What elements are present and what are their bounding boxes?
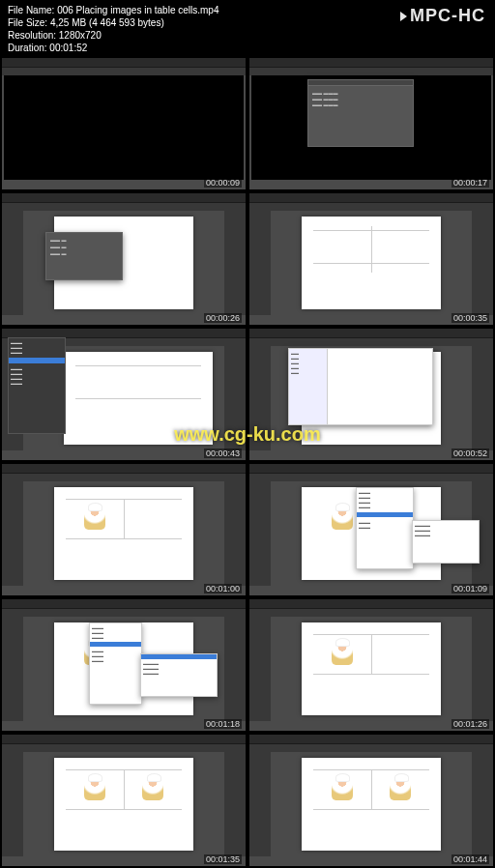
right-panel [472, 617, 493, 721]
thumbnail[interactable]: ▬▬ ▬▬▬ ▬▬▬ ▬ 00:00:26 [2, 193, 246, 325]
app-menubar [2, 599, 246, 609]
app-menubar [249, 58, 493, 68]
canvas-area [273, 752, 470, 856]
table-options-dialog: ▬▬ ▬▬▬ ▬▬▬ ▬ [45, 232, 123, 280]
chef-image [127, 770, 180, 805]
app-menubar [2, 464, 246, 474]
timestamp: 00:01:09 [451, 584, 489, 593]
app-toolbar [2, 474, 246, 481]
canvas-area [273, 211, 470, 315]
timestamp: 00:00:09 [204, 178, 242, 188]
app-menubar [2, 735, 246, 744]
thumbnail-grid: 00:00:09 ▬▬ ▬▬▬▬▬ ▬▬▬▬▬ ▬▬▬ 00:00:17 ▬▬ … [0, 56, 495, 868]
left-panel [249, 617, 271, 721]
filename-value: 006 Placing images in table cells.mp4 [57, 5, 218, 15]
left-panel [2, 617, 23, 721]
timestamp: 00:00:52 [451, 448, 489, 458]
document-page [54, 758, 193, 851]
document-page [64, 352, 213, 445]
timestamp: 00:00:17 [451, 178, 489, 188]
right-panel [224, 752, 246, 856]
app-toolbar [249, 474, 493, 481]
app-toolbar [249, 609, 493, 617]
left-panel [249, 481, 271, 586]
left-panel [2, 752, 23, 856]
timestamp: 00:01:18 [204, 719, 242, 729]
app-toolbar [2, 744, 246, 752]
filesize-label: File Size: [8, 17, 47, 28]
context-menu: ▬▬▬▬▬▬▬▬▬▬▬▬ ▬▬▬▬▬▬ [356, 487, 414, 569]
thumbnail[interactable]: ▬▬▬▬▬▬▬▬▬▬ 00:00:52 [249, 329, 493, 460]
left-panel [249, 752, 271, 856]
context-submenu: ▬▬▬▬▬▬▬▬▬▬▬▬ [140, 653, 218, 697]
document-page [302, 758, 441, 851]
chef-image [315, 770, 368, 805]
right-panel [472, 752, 493, 856]
menu-item-place [9, 358, 65, 363]
app-toolbar [249, 68, 493, 75]
timestamp: 00:01:26 [451, 719, 489, 729]
canvas-area [4, 75, 244, 180]
play-icon [400, 12, 407, 21]
canvas-area [25, 481, 222, 586]
thumbnail[interactable]: 00:01:35 [2, 735, 246, 866]
thumbnail[interactable]: 00:00:09 [2, 58, 246, 189]
thumbnail[interactable]: ▬▬▬▬▬▬▬▬▬ ▬▬▬▬▬▬▬▬▬ ▬▬▬▬▬▬▬▬▬▬▬▬ 00:01:1… [2, 599, 246, 731]
app-menubar [249, 329, 493, 338]
thumbnail[interactable]: 00:01:00 [2, 464, 246, 595]
thumbnail[interactable]: 00:01:26 [249, 599, 493, 731]
canvas-area [273, 617, 470, 721]
chef-image [68, 770, 121, 805]
resolution-label: Resolution: [8, 30, 56, 41]
timestamp: 00:01:00 [204, 584, 242, 593]
document-page [54, 487, 193, 580]
right-panel [472, 211, 493, 315]
right-panel [224, 346, 246, 450]
timestamp: 00:01:35 [204, 854, 242, 864]
left-panel [2, 211, 23, 315]
context-submenu: ▬▬▬▬▬▬▬▬▬▬▬▬ [412, 520, 480, 564]
timestamp: 00:01:44 [451, 854, 489, 864]
app-toolbar [249, 338, 493, 346]
app-menubar [2, 193, 246, 203]
timestamp: 00:00:43 [204, 448, 242, 458]
app-toolbar [2, 609, 246, 617]
chef-image [315, 635, 368, 670]
context-menu: ▬▬▬▬▬▬▬▬▬ ▬▬▬▬▬▬▬▬▬ [89, 622, 142, 705]
left-panel [249, 211, 271, 315]
chef-image [374, 770, 427, 805]
right-panel [224, 481, 246, 586]
player-name: MPC-HC [410, 6, 485, 25]
right-panel [472, 346, 493, 450]
duration-value: 00:01:52 [49, 43, 87, 53]
app-toolbar [2, 203, 246, 211]
app-menubar [249, 599, 493, 609]
document-page [302, 622, 441, 715]
thumbnail[interactable]: ▬▬ ▬▬▬▬▬ ▬▬▬▬▬ ▬▬▬ 00:00:17 [249, 58, 493, 189]
document-page [302, 217, 441, 309]
canvas-area [25, 752, 222, 856]
app-menubar [249, 464, 493, 474]
chef-image [68, 500, 121, 535]
duration-label: Duration: [8, 43, 47, 53]
filesize-value: 4,25 MB (4 464 593 bytes) [50, 17, 164, 28]
file-browser-dialog: ▬▬▬▬▬▬▬▬▬▬ [288, 348, 433, 425]
right-panel [224, 211, 246, 315]
thumbnail[interactable]: ▬▬▬▬▬▬▬▬▬▬▬▬ ▬▬▬▬▬▬ ▬▬▬▬▬▬▬▬▬▬▬▬ 00:01:0… [249, 464, 493, 595]
thumbnail[interactable]: 00:00:35 [249, 193, 493, 325]
app-menubar [249, 735, 493, 744]
filename-label: File Name: [8, 5, 54, 15]
menu-item-fitting [357, 512, 413, 517]
left-panel [249, 346, 271, 450]
file-menu: ▬▬▬▬▬▬▬▬▬ ▬▬▬▬▬▬▬▬▬▬▬▬ [8, 337, 66, 434]
new-document-dialog: ▬▬ ▬▬▬▬▬ ▬▬▬▬▬ ▬▬▬ [307, 79, 414, 147]
timestamp: 00:00:26 [204, 313, 242, 323]
timestamp: 00:00:35 [451, 313, 489, 323]
thumbnail[interactable]: 00:01:44 [249, 735, 493, 866]
app-menubar [249, 193, 493, 203]
app-toolbar [249, 203, 493, 211]
app-menubar [2, 58, 246, 68]
left-panel [2, 481, 23, 586]
resolution-value: 1280x720 [59, 30, 102, 41]
thumbnail[interactable]: ▬▬▬▬▬▬▬▬▬ ▬▬▬▬▬▬▬▬▬▬▬▬ 00:00:43 [2, 329, 246, 460]
